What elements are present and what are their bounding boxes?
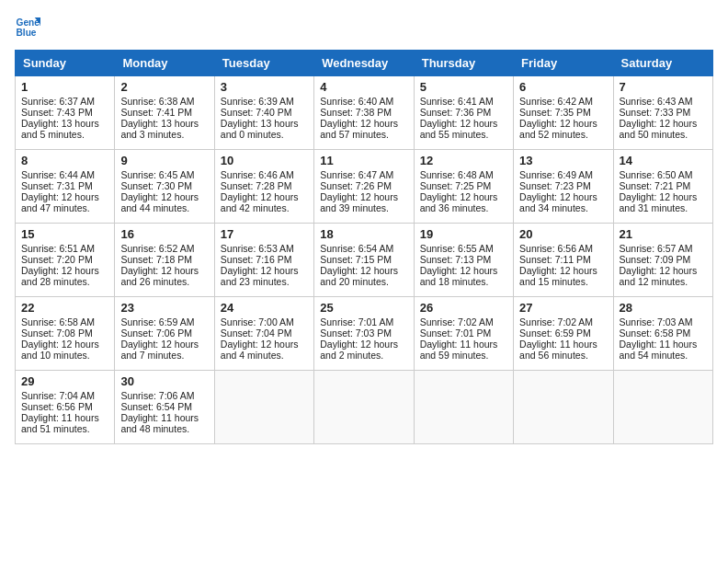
day-number: 6 xyxy=(519,80,607,94)
day-number: 30 xyxy=(120,374,208,388)
page-header: General Blue xyxy=(15,15,713,40)
weekday-header-cell: Wednesday xyxy=(314,51,414,76)
weekday-header-cell: Thursday xyxy=(414,51,513,76)
day-number: 5 xyxy=(420,80,507,94)
calendar-day-cell: 26Sunrise: 7:02 AMSunset: 7:01 PMDayligh… xyxy=(414,297,513,371)
weekday-header-cell: Friday xyxy=(514,51,613,76)
sunset-text: Sunset: 7:16 PM xyxy=(221,254,292,265)
day-number: 24 xyxy=(221,301,308,315)
sunset-text: Sunset: 7:38 PM xyxy=(320,107,392,118)
daylight-text: Daylight: 12 hours and 12 minutes. xyxy=(620,265,698,287)
day-number: 16 xyxy=(120,227,208,241)
daylight-text: Daylight: 12 hours and 10 minutes. xyxy=(21,339,99,361)
day-number: 4 xyxy=(320,80,407,94)
logo: General Blue xyxy=(15,15,40,40)
day-number: 11 xyxy=(320,154,407,167)
daylight-text: Daylight: 12 hours and 31 minutes. xyxy=(620,191,698,213)
svg-text:Blue: Blue xyxy=(17,28,37,38)
sunrise-text: Sunrise: 7:00 AM xyxy=(221,316,294,327)
daylight-text: Daylight: 13 hours and 5 minutes. xyxy=(21,118,99,140)
day-number: 19 xyxy=(420,227,507,241)
day-number: 25 xyxy=(320,301,407,315)
calendar-day-cell: 19Sunrise: 6:55 AMSunset: 7:13 PMDayligh… xyxy=(414,224,513,297)
calendar-day-cell: 2Sunrise: 6:38 AMSunset: 7:41 PMDaylight… xyxy=(115,76,214,150)
calendar-body: 1Sunrise: 6:37 AMSunset: 7:43 PMDaylight… xyxy=(16,76,713,444)
daylight-text: Daylight: 11 hours and 54 minutes. xyxy=(620,339,698,361)
daylight-text: Daylight: 12 hours and 23 minutes. xyxy=(221,265,299,287)
calendar-week-row: 29Sunrise: 7:04 AMSunset: 6:56 PMDayligh… xyxy=(16,371,713,444)
sunset-text: Sunset: 7:13 PM xyxy=(420,254,492,265)
day-number: 20 xyxy=(519,227,607,241)
calendar-day-cell: 18Sunrise: 6:54 AMSunset: 7:15 PMDayligh… xyxy=(314,224,414,297)
calendar-week-row: 1Sunrise: 6:37 AMSunset: 7:43 PMDaylight… xyxy=(16,76,713,150)
weekday-header-cell: Sunday xyxy=(16,51,115,76)
calendar-day-cell xyxy=(414,371,513,444)
sunset-text: Sunset: 6:56 PM xyxy=(21,401,93,412)
sunrise-text: Sunrise: 6:47 AM xyxy=(320,169,393,180)
calendar-day-cell: 30Sunrise: 7:06 AMSunset: 6:54 PMDayligh… xyxy=(115,371,214,444)
daylight-text: Daylight: 13 hours and 0 minutes. xyxy=(221,118,299,140)
daylight-text: Daylight: 12 hours and 34 minutes. xyxy=(519,191,597,213)
sunset-text: Sunset: 7:26 PM xyxy=(320,180,392,191)
calendar-day-cell: 17Sunrise: 6:53 AMSunset: 7:16 PMDayligh… xyxy=(214,224,313,297)
calendar-day-cell: 12Sunrise: 6:48 AMSunset: 7:25 PMDayligh… xyxy=(414,150,513,224)
day-number: 14 xyxy=(620,154,707,167)
sunrise-text: Sunrise: 6:56 AM xyxy=(519,243,593,254)
daylight-text: Daylight: 12 hours and 47 minutes. xyxy=(21,191,99,213)
calendar-day-cell: 1Sunrise: 6:37 AMSunset: 7:43 PMDaylight… xyxy=(16,76,115,150)
sunset-text: Sunset: 6:54 PM xyxy=(120,401,192,412)
calendar-day-cell: 11Sunrise: 6:47 AMSunset: 7:26 PMDayligh… xyxy=(314,150,414,224)
weekday-header-row: SundayMondayTuesdayWednesdayThursdayFrid… xyxy=(16,51,713,76)
sunrise-text: Sunrise: 6:38 AM xyxy=(120,96,194,107)
sunset-text: Sunset: 7:11 PM xyxy=(519,254,591,265)
calendar-day-cell: 13Sunrise: 6:49 AMSunset: 7:23 PMDayligh… xyxy=(514,150,613,224)
daylight-text: Daylight: 12 hours and 39 minutes. xyxy=(320,191,398,213)
calendar-week-row: 8Sunrise: 6:44 AMSunset: 7:31 PMDaylight… xyxy=(16,150,713,224)
sunset-text: Sunset: 7:41 PM xyxy=(120,107,192,118)
sunset-text: Sunset: 7:01 PM xyxy=(420,327,492,339)
sunrise-text: Sunrise: 7:02 AM xyxy=(420,316,494,327)
calendar-day-cell: 24Sunrise: 7:00 AMSunset: 7:04 PMDayligh… xyxy=(214,297,313,371)
weekday-header-cell: Saturday xyxy=(613,51,712,76)
day-number: 29 xyxy=(21,374,108,388)
sunrise-text: Sunrise: 6:37 AM xyxy=(21,96,95,107)
sunrise-text: Sunrise: 6:55 AM xyxy=(420,243,494,254)
day-number: 26 xyxy=(420,301,507,315)
sunrise-text: Sunrise: 6:48 AM xyxy=(420,169,494,180)
sunrise-text: Sunrise: 6:57 AM xyxy=(620,243,693,254)
sunrise-text: Sunrise: 6:53 AM xyxy=(221,243,294,254)
daylight-text: Daylight: 12 hours and 4 minutes. xyxy=(221,339,299,361)
calendar-table: SundayMondayTuesdayWednesdayThursdayFrid… xyxy=(15,50,713,444)
sunset-text: Sunset: 7:36 PM xyxy=(420,107,492,118)
calendar-day-cell: 7Sunrise: 6:43 AMSunset: 7:33 PMDaylight… xyxy=(613,76,712,150)
calendar-day-cell: 4Sunrise: 6:40 AMSunset: 7:38 PMDaylight… xyxy=(314,76,414,150)
daylight-text: Daylight: 12 hours and 50 minutes. xyxy=(620,118,698,140)
sunrise-text: Sunrise: 6:52 AM xyxy=(120,243,194,254)
daylight-text: Daylight: 12 hours and 7 minutes. xyxy=(120,339,199,361)
calendar-day-cell: 15Sunrise: 6:51 AMSunset: 7:20 PMDayligh… xyxy=(16,224,115,297)
daylight-text: Daylight: 13 hours and 3 minutes. xyxy=(120,118,199,140)
daylight-text: Daylight: 11 hours and 56 minutes. xyxy=(519,339,597,361)
sunrise-text: Sunrise: 6:59 AM xyxy=(120,316,194,327)
sunrise-text: Sunrise: 6:44 AM xyxy=(21,169,95,180)
sunrise-text: Sunrise: 6:54 AM xyxy=(320,243,393,254)
calendar-day-cell xyxy=(314,371,414,444)
day-number: 13 xyxy=(519,154,607,167)
calendar-day-cell: 10Sunrise: 6:46 AMSunset: 7:28 PMDayligh… xyxy=(214,150,313,224)
daylight-text: Daylight: 12 hours and 20 minutes. xyxy=(320,265,398,287)
day-number: 27 xyxy=(519,301,607,315)
sunrise-text: Sunrise: 6:58 AM xyxy=(21,316,95,327)
daylight-text: Daylight: 12 hours and 28 minutes. xyxy=(21,265,99,287)
calendar-day-cell: 25Sunrise: 7:01 AMSunset: 7:03 PMDayligh… xyxy=(314,297,414,371)
day-number: 1 xyxy=(21,80,108,94)
daylight-text: Daylight: 12 hours and 36 minutes. xyxy=(420,191,498,213)
calendar-day-cell: 9Sunrise: 6:45 AMSunset: 7:30 PMDaylight… xyxy=(115,150,214,224)
calendar-week-row: 22Sunrise: 6:58 AMSunset: 7:08 PMDayligh… xyxy=(16,297,713,371)
day-number: 8 xyxy=(21,154,108,167)
daylight-text: Daylight: 12 hours and 2 minutes. xyxy=(320,339,398,361)
calendar-day-cell: 22Sunrise: 6:58 AMSunset: 7:08 PMDayligh… xyxy=(16,297,115,371)
day-number: 17 xyxy=(221,227,308,241)
sunrise-text: Sunrise: 6:39 AM xyxy=(221,96,294,107)
daylight-text: Daylight: 12 hours and 18 minutes. xyxy=(420,265,498,287)
sunset-text: Sunset: 6:59 PM xyxy=(519,327,591,339)
